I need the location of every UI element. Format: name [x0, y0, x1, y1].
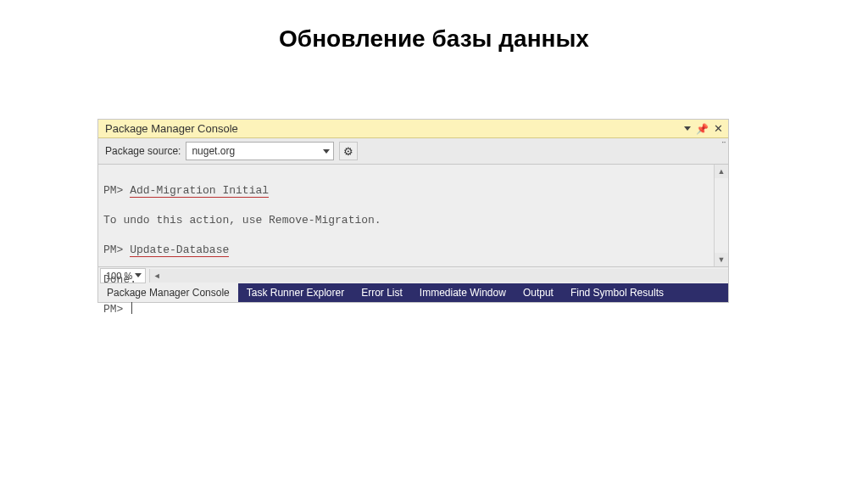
scroll-down-icon[interactable]: ▼: [715, 253, 728, 266]
package-source-label: Package source:: [105, 145, 181, 157]
panel-toolbar: Package source: nuget.org ⚙ ¨: [98, 138, 728, 165]
gear-icon: ⚙: [343, 145, 353, 158]
vertical-scrollbar[interactable]: ▲ ▼: [714, 165, 728, 266]
prompt: PM>: [103, 184, 123, 197]
console-output[interactable]: PM> Add-Migration Initial To undo this a…: [98, 165, 728, 266]
window-position-icon[interactable]: [684, 126, 691, 131]
panel-title: Package Manager Console: [105, 122, 238, 135]
package-source-dropdown[interactable]: nuget.org: [186, 142, 334, 160]
text-caret: [131, 302, 132, 314]
scroll-up-icon[interactable]: ▲: [715, 165, 728, 178]
command-add-migration: Add-Migration Initial: [130, 184, 269, 198]
settings-button[interactable]: ⚙: [339, 142, 358, 160]
package-source-value: nuget.org: [192, 145, 235, 157]
prompt: PM>: [103, 244, 123, 256]
command-update-database: Update-Database: [130, 244, 229, 257]
console-message: To undo this action, use Remove-Migratio…: [103, 213, 709, 228]
overflow-icon[interactable]: ¨: [722, 140, 725, 152]
close-icon[interactable]: ✕: [714, 123, 723, 134]
chevron-down-icon: [323, 149, 330, 154]
console-message: Done.: [103, 272, 709, 288]
pin-icon[interactable]: 📌: [696, 124, 709, 134]
prompt: PM>: [103, 303, 123, 316]
package-manager-console-panel: Package Manager Console 📌 ✕ Package sour…: [97, 119, 729, 303]
scroll-track[interactable]: [715, 178, 728, 253]
panel-title-bar: Package Manager Console 📌 ✕: [98, 120, 728, 138]
page-heading: Обновление базы данных: [0, 0, 868, 53]
console-text: PM> Add-Migration Initial To undo this a…: [98, 165, 714, 266]
